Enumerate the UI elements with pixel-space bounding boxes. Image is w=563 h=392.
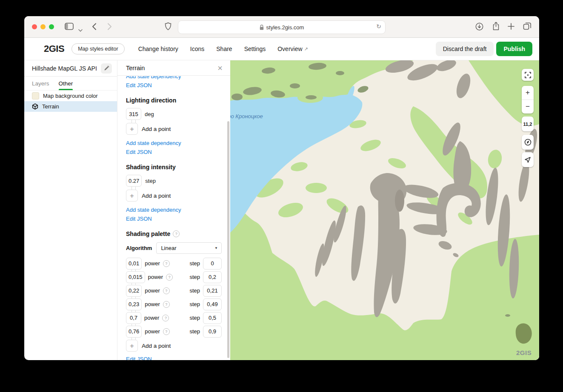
shading-intensity-heading: Shading intensity bbox=[126, 164, 222, 170]
terrain-panel: Terrain × Add state dependency Edit JSON… bbox=[117, 60, 230, 360]
address-bar[interactable]: styles.2gis.com ↻ bbox=[178, 20, 386, 34]
downloads-icon[interactable] bbox=[475, 23, 483, 32]
cube-icon bbox=[32, 103, 38, 110]
back-icon[interactable] bbox=[92, 23, 97, 32]
edit-json-link[interactable]: Edit JSON bbox=[126, 356, 152, 360]
nav-overview[interactable]: Overview↗ bbox=[277, 45, 308, 52]
fullscreen-icon bbox=[525, 72, 531, 78]
edit-title-button[interactable] bbox=[101, 63, 112, 74]
privacy-shield-icon[interactable] bbox=[165, 22, 171, 32]
compass-button[interactable] bbox=[522, 135, 534, 150]
help-icon[interactable]: ? bbox=[163, 328, 170, 335]
edit-json-link[interactable]: Edit JSON bbox=[126, 82, 152, 88]
tab-overview-icon[interactable] bbox=[523, 22, 532, 32]
add-point-button[interactable]: + bbox=[126, 190, 138, 202]
shading-palette-heading: Shading palette ? bbox=[126, 230, 222, 237]
palette-row: 0,015 power ? step 0,2 bbox=[126, 272, 222, 282]
add-state-dependency-link[interactable]: Add state dependency bbox=[126, 207, 181, 213]
style-title: Hillshade MapGL JS API bbox=[32, 65, 97, 72]
map-canvas[interactable]: озеро Кроноцкое 2GIS + − 11,2 bbox=[230, 60, 539, 360]
zoom-out-button[interactable]: − bbox=[522, 100, 534, 114]
chevron-down-icon[interactable] bbox=[78, 26, 83, 34]
connector bbox=[131, 120, 136, 123]
nav-icons[interactable]: Icons bbox=[190, 45, 204, 52]
close-window-button[interactable] bbox=[32, 24, 37, 29]
browser-window: styles.2gis.com ↻ 2GIS Map styles editor… bbox=[24, 16, 539, 360]
step-input[interactable]: 0,9 bbox=[203, 326, 222, 338]
help-icon[interactable]: ? bbox=[173, 230, 180, 237]
location-arrow-icon bbox=[524, 156, 531, 163]
power-input[interactable]: 0,7 bbox=[126, 312, 141, 324]
tab-layers[interactable]: Layers bbox=[32, 77, 49, 90]
step-input[interactable]: 0,5 bbox=[203, 312, 222, 324]
lock-icon bbox=[260, 25, 264, 30]
algorithm-select[interactable]: Linear ▼ bbox=[156, 242, 222, 254]
palette-row: 0,7 power ? step 0,5 bbox=[126, 312, 222, 323]
help-icon[interactable]: ? bbox=[166, 274, 173, 281]
power-input[interactable]: 0,015 bbox=[126, 271, 145, 283]
step-input[interactable]: 0 bbox=[203, 258, 222, 270]
panel-scrollbar[interactable] bbox=[227, 121, 229, 358]
power-input[interactable]: 0,23 bbox=[126, 298, 142, 310]
add-state-dependency-link[interactable]: Add state dependency bbox=[126, 140, 181, 146]
help-icon[interactable]: ? bbox=[163, 260, 170, 267]
step-input[interactable]: 0,49 bbox=[203, 298, 222, 310]
new-tab-icon[interactable] bbox=[507, 23, 515, 32]
reload-icon[interactable]: ↻ bbox=[376, 23, 381, 30]
sidebar-item-map-background-color[interactable]: Map background color bbox=[24, 91, 117, 101]
help-icon[interactable]: ? bbox=[163, 301, 170, 308]
power-input[interactable]: 0,01 bbox=[126, 258, 142, 270]
tab-other[interactable]: Other bbox=[59, 77, 73, 90]
app-header: 2GIS Map styles editor Change history Ic… bbox=[24, 38, 539, 60]
add-point-button[interactable]: + bbox=[126, 123, 138, 135]
2gis-logo: 2GIS bbox=[44, 43, 64, 54]
algorithm-label: Algorithm bbox=[126, 245, 152, 251]
palette-row: 0,01 power ? step 0 bbox=[126, 258, 222, 269]
panel-body: Add state dependency Edit JSON Lighting … bbox=[117, 76, 230, 360]
terrain-map: озеро Кроноцкое 2GIS bbox=[230, 60, 539, 360]
nav-settings[interactable]: Settings bbox=[244, 45, 266, 52]
publish-button[interactable]: Publish bbox=[496, 42, 532, 56]
fullscreen-button[interactable] bbox=[522, 69, 534, 81]
connector bbox=[131, 187, 136, 190]
locate-button[interactable] bbox=[522, 152, 534, 167]
minimize-window-button[interactable] bbox=[40, 24, 46, 29]
lighting-direction-input[interactable]: 315 bbox=[126, 108, 141, 120]
zoom-level-indicator[interactable]: 11,2 bbox=[522, 116, 534, 131]
shading-intensity-input[interactable]: 0.27 bbox=[126, 175, 142, 187]
power-input[interactable]: 0,22 bbox=[126, 285, 142, 297]
zoom-controls: + − bbox=[522, 86, 534, 114]
edit-json-link[interactable]: Edit JSON bbox=[126, 216, 152, 222]
layers-sidebar: Hillshade MapGL JS API Layers Other Map … bbox=[24, 60, 117, 360]
caret-down-icon: ▼ bbox=[214, 246, 218, 250]
edit-json-link[interactable]: Edit JSON bbox=[126, 149, 152, 155]
sidebar-item-terrain[interactable]: Terrain bbox=[24, 101, 117, 112]
close-icon[interactable]: × bbox=[217, 64, 223, 72]
compass-icon bbox=[524, 139, 532, 146]
zoom-in-button[interactable]: + bbox=[522, 86, 534, 99]
url-text: styles.2gis.com bbox=[266, 24, 304, 31]
add-point-button[interactable]: + bbox=[126, 340, 138, 352]
step-input[interactable]: 0,21 bbox=[203, 285, 222, 297]
nav-share[interactable]: Share bbox=[216, 45, 232, 52]
pencil-icon bbox=[104, 65, 109, 71]
palette-row: 0,23 power ? step 0,49 bbox=[126, 299, 222, 310]
editor-badge: Map styles editor bbox=[71, 43, 124, 54]
help-icon[interactable]: ? bbox=[163, 287, 170, 294]
step-input[interactable]: 0,2 bbox=[203, 271, 222, 283]
power-input[interactable]: 0,76 bbox=[126, 326, 142, 338]
sidebar-tabs: Layers Other bbox=[24, 77, 117, 91]
browser-toolbar: styles.2gis.com ↻ bbox=[24, 16, 539, 38]
share-icon[interactable] bbox=[492, 22, 500, 32]
main-nav: Change history Icons Share Settings Over… bbox=[138, 45, 308, 52]
lake-label: озеро Кроноцкое bbox=[230, 113, 263, 119]
sidebar-toggle-icon[interactable] bbox=[65, 23, 74, 32]
help-icon[interactable]: ? bbox=[162, 315, 169, 321]
palette-row: 0,22 power ? step 0,21 bbox=[126, 285, 222, 296]
nav-change-history[interactable]: Change history bbox=[138, 45, 178, 52]
forward-icon[interactable] bbox=[107, 23, 112, 32]
add-point-row: + Add a point bbox=[126, 340, 222, 352]
add-state-dependency-link-clipped[interactable]: Add state dependency bbox=[126, 76, 181, 80]
discard-draft-button[interactable]: Discard the draft bbox=[436, 42, 494, 56]
zoom-window-button[interactable] bbox=[49, 24, 54, 29]
